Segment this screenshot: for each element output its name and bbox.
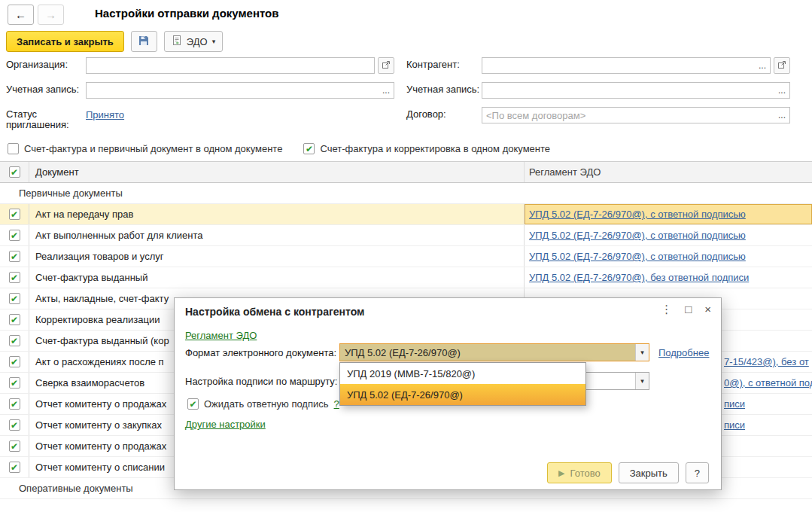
format-combobox[interactable]: УПД 5.02 (ЕД-7-26/970@) ▾ [339,343,649,361]
open-form-icon [382,60,391,72]
account-left-label: Учетная запись: [6,82,86,95]
wait-signature-flag[interactable]: ✔ Ожидать ответную подпись ? [187,398,339,410]
reglament-edo-link[interactable]: Регламент ЭДО [185,330,257,341]
history-nav: ← → [8,5,64,25]
row-checkbox[interactable]: ✔ [9,377,20,389]
document-name: Счет-фактура выданный [35,272,147,283]
reglament-link[interactable]: писи [724,419,745,431]
counterparty-field[interactable]: ... [482,57,771,74]
document-name: Корректировка реализации [35,314,160,325]
invoice-primary-flag-label: Счет-фактура и первичный документ в одно… [24,143,282,154]
contract-select-button[interactable]: ... [774,108,789,123]
column-header-document[interactable]: Документ [29,162,525,182]
document-name: Акты, накладные, счет-факту [35,293,169,304]
organization-field[interactable] [86,57,375,74]
page-title: Настройки отправки документов [95,7,279,20]
send-documents-settings-window: ← → Настройки отправки документов Записа… [0,0,812,512]
play-icon: ▶ [558,468,564,478]
help-button[interactable]: ? [686,462,709,483]
invitation-status-link[interactable]: Принято [86,109,124,120]
back-arrow-icon: ← [15,8,26,21]
reglament-link[interactable]: УПД 5.02 (ЕД-7-26/970@), без ответной по… [529,272,749,283]
forward-arrow-icon: → [45,8,56,21]
reglament-link[interactable]: УПД 5.02 (ЕД-7-26/970@), с ответной подп… [529,251,746,262]
combo-dropdown-icon[interactable]: ▾ [635,373,649,389]
row-checkbox[interactable]: ✔ [9,419,20,431]
checkbox-checked-icon[interactable]: ✔ [303,143,315,154]
exchange-settings-dialog: Настройка обмена с контрагентом ⋮ □ × Ре… [174,297,722,490]
route-signature-label: Настройка подписи по маршруту: [185,376,337,387]
select-all-checkbox[interactable]: ✔ [9,166,20,178]
edo-document-icon [172,35,182,48]
save-button[interactable] [131,31,157,52]
close-icon[interactable]: × [704,303,711,315]
row-checkbox[interactable]: ✔ [9,440,20,452]
back-button[interactable]: ← [8,5,34,25]
dropdown-option-selected[interactable]: УПД 5.02 (ЕД-7-26/970@) [340,384,585,405]
document-name: Отчет комитенту о продажах [35,398,166,410]
document-name: Счет-фактура выданный (кор [35,335,169,346]
invitation-status-label: Статус приглашения: [6,107,86,130]
organization-open-button[interactable] [378,57,394,74]
row-checkbox[interactable]: ✔ [9,272,20,283]
account-right-select-button[interactable]: ... [774,83,789,98]
row-checkbox[interactable]: ✔ [9,314,20,325]
group-row-primary[interactable]: Первичные документы [0,183,812,204]
contract-field[interactable]: <По всем договорам> ... [482,107,790,123]
invoice-primary-flag[interactable]: Счет-фактура и первичный документ в одно… [8,143,282,154]
row-checkbox[interactable]: ✔ [9,251,20,262]
reglament-link[interactable]: писи [724,398,745,410]
row-checkbox[interactable]: ✔ [9,398,20,410]
document-name: Акт на передачу прав [35,209,133,220]
account-left-field[interactable]: ... [86,82,394,99]
account-left-select-button[interactable]: ... [379,83,394,98]
table-header: ✔ Документ Регламент ЭДО [0,162,812,183]
reglament-link[interactable]: УПД 5.02 (ЕД-7-26/970@), с ответной подп… [529,230,746,241]
row-checkbox[interactable]: ✔ [9,293,20,304]
combo-dropdown-icon[interactable]: ▾ [635,344,649,361]
maximize-icon[interactable]: □ [685,303,692,315]
reglament-link[interactable]: 0@), с ответной под [724,377,812,389]
document-name: Акт выполненных работ для клиента [35,230,202,241]
column-header-reglament[interactable]: Регламент ЭДО [525,162,812,182]
group-label: Первичные документы [0,183,812,203]
document-name: Отчет комитенту о закупках [35,419,162,431]
document-name: Акт о расхождениях после п [35,356,164,367]
row-checkbox[interactable]: ✔ [9,230,20,241]
row-checkbox[interactable]: ✔ [9,356,20,367]
account-right-label: Учетная запись: [406,82,482,95]
row-checkbox[interactable]: ✔ [9,335,20,346]
counterparty-open-button[interactable] [774,57,790,74]
edo-menu-button[interactable]: ЭДО ▾ [164,31,223,52]
forward-button[interactable]: → [38,5,64,25]
organization-label: Организация: [6,57,86,70]
wait-signature-help-link[interactable]: ? [334,398,339,410]
dropdown-option[interactable]: УПД 2019 (ММВ-7-15/820@) [340,363,585,384]
format-value: УПД 5.02 (ЕД-7-26/970@) [340,344,635,361]
reglament-link[interactable]: УПД 5.02 (ЕД-7-26/970@), с ответной подп… [529,209,746,220]
format-dropdown-list: УПД 2019 (ММВ-7-15/820@) УПД 5.02 (ЕД-7-… [339,362,586,406]
table-row[interactable]: ✔ Акт выполненных работ для клиента УПД … [0,225,812,246]
chevron-down-icon: ▾ [212,38,216,45]
checkbox-unchecked-icon[interactable] [8,143,19,154]
table-row[interactable]: ✔ Акт на передачу прав УПД 5.02 (ЕД-7-26… [0,204,812,225]
invoice-correction-flag[interactable]: ✔ Счет-фактура и корректировка в одном д… [303,143,550,154]
table-row[interactable]: ✔ Счет-фактура выданный УПД 5.02 (ЕД-7-2… [0,267,812,288]
table-row[interactable]: ✔ Реализация товаров и услуг УПД 5.02 (Е… [0,246,812,267]
edo-menu-label: ЭДО [187,36,208,47]
account-right-field[interactable]: ... [482,82,790,99]
form-left-column: Организация: Учетная запись: ... [6,57,394,139]
row-checkbox[interactable]: ✔ [9,209,20,220]
other-settings-link[interactable]: Другие настройки [185,419,266,430]
counterparty-select-button[interactable]: ... [755,58,770,73]
more-details-link[interactable]: Подробнее [658,347,709,358]
close-button[interactable]: Закрыть [619,462,679,483]
save-and-close-button[interactable]: Записать и закрыть [6,31,124,52]
reglament-link[interactable]: 7-15/423@), без от [724,356,809,367]
document-name: Отчет комитенту о списании [35,462,165,473]
done-button[interactable]: ▶ Готово [547,462,612,483]
more-menu-icon[interactable]: ⋮ [661,303,672,315]
checkbox-checked-icon[interactable]: ✔ [187,398,199,410]
row-checkbox[interactable]: ✔ [9,462,20,473]
form-right-column: Контрагент: ... Учетная запись: ... [406,57,790,132]
